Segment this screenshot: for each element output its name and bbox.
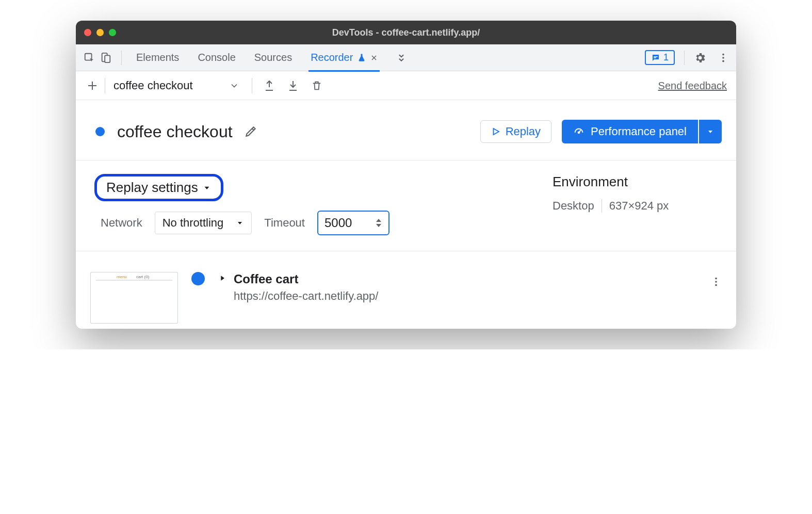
more-tabs-icon[interactable] [396,53,407,63]
svg-point-11 [715,284,717,286]
tab-sources[interactable]: Sources [254,44,292,71]
devtools-window: DevTools - coffee-cart.netlify.app/ Elem… [76,21,736,329]
new-recording-button[interactable] [85,78,100,93]
tab-recorder[interactable]: Recorder [311,44,378,71]
svg-point-6 [722,57,724,59]
network-throttling-value: No throttling [163,216,224,230]
caret-down-icon [236,219,244,227]
separator [105,78,105,93]
svg-point-9 [715,278,717,280]
replay-button-label: Replay [506,125,541,138]
issues-count: 1 [663,52,669,63]
titlebar: DevTools - coffee-cart.netlify.app/ [76,21,736,44]
replay-settings-toggle[interactable]: Replay settings [94,174,223,201]
steps-list: menucart (0) Coffee cart https://coffee-… [76,251,736,329]
step-timeline [191,272,205,285]
import-icon[interactable] [285,78,301,93]
close-window-button[interactable] [84,29,91,36]
window-controls [84,29,116,36]
timeout-label: Timeout [264,216,305,230]
settings-icon[interactable] [694,52,706,64]
svg-rect-3 [654,56,658,57]
performance-button-label: Performance panel [591,125,687,138]
timeline-node-icon [191,272,205,285]
step-options-icon[interactable] [710,276,722,287]
tab-recorder-label: Recorder [311,52,353,63]
recording-title: coffee checkout [117,122,233,141]
svg-point-5 [722,53,724,55]
panel-tabs: Elements Console Sources Recorder [136,44,407,71]
svg-rect-2 [105,55,110,62]
performance-panel-button[interactable]: Performance panel [562,120,698,143]
tab-console-label: Console [198,52,235,63]
environment-value: Desktop 637×924 px [553,199,718,213]
svg-point-8 [578,132,580,133]
export-icon[interactable] [262,78,277,93]
tab-elements[interactable]: Elements [136,44,179,71]
inspect-element-icon[interactable] [83,52,95,64]
recording-status-dot-icon [95,127,105,136]
separator [602,199,602,213]
devtools-tabstrip: Elements Console Sources Recorder 1 [76,44,736,71]
zoom-window-button[interactable] [109,29,116,36]
flask-icon [357,53,366,62]
network-throttling-select[interactable]: No throttling [155,212,252,234]
separator [121,51,122,65]
environment-section: Environment Desktop 637×924 px [553,174,718,235]
performance-button-group: Performance panel [562,120,722,143]
performance-dropdown-button[interactable] [699,120,722,143]
more-options-icon[interactable] [718,52,729,63]
step-title: Coffee cart [234,272,378,286]
tab-elements-label: Elements [136,52,179,63]
chat-icon [651,53,660,62]
tab-sources-label: Sources [254,52,292,63]
recording-select-label[interactable]: coffee checkout [113,79,193,92]
svg-point-7 [722,60,724,62]
separator [684,51,685,65]
window-title: DevTools - coffee-cart.netlify.app/ [76,27,736,38]
environment-dimensions: 637×924 px [609,199,669,213]
minimize-window-button[interactable] [96,29,104,36]
timeout-value: 5000 [324,216,352,230]
send-feedback-link[interactable]: Send feedback [658,80,727,91]
replay-button[interactable]: Replay [480,120,551,143]
timeout-input[interactable]: 5000 [317,211,389,235]
delete-icon[interactable] [309,78,324,93]
separator [252,78,252,93]
caret-down-icon [202,183,212,192]
recorder-toolbar: coffee checkout Send feedback [76,71,736,100]
replay-settings-controls: Network No throttling Timeout 5000 [101,211,532,235]
device-toolbar-icon[interactable] [100,52,112,64]
svg-point-10 [715,281,717,283]
replay-settings-label: Replay settings [106,180,198,196]
gauge-icon [573,126,584,137]
recording-header: coffee checkout Replay Performance panel [76,100,736,160]
recording-select-chevron-icon[interactable] [229,81,239,91]
disclosure-triangle-icon[interactable] [218,274,226,282]
issues-button[interactable]: 1 [645,50,675,65]
step-url: https://coffee-cart.netlify.app/ [234,290,378,303]
step-row[interactable]: Coffee cart https://coffee-cart.netlify.… [218,272,378,303]
settings-section: Replay settings Network No throttling Ti… [76,160,736,251]
edit-title-icon[interactable] [244,125,257,138]
environment-device: Desktop [553,199,594,213]
play-icon [491,127,500,136]
svg-rect-4 [654,57,656,58]
tab-console[interactable]: Console [198,44,235,71]
step-thumbnail[interactable]: menucart (0) [90,272,178,324]
close-tab-icon[interactable] [370,54,378,61]
stepper-icon[interactable] [375,217,382,229]
environment-title: Environment [553,174,718,190]
network-label: Network [101,216,142,230]
